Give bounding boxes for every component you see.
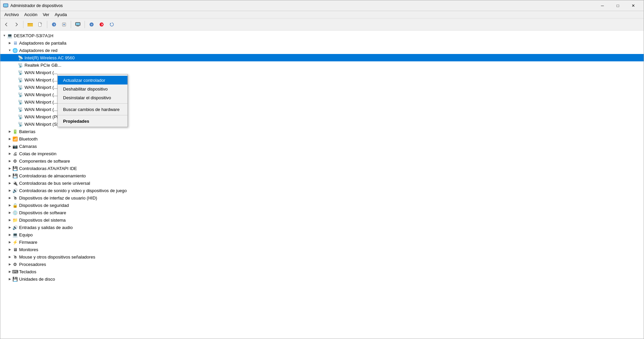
label-audio-ctrl: Controladoras de sonido y video y dispos… [19,188,127,193]
mouse-icon: 🖱 [12,254,18,260]
tree-item-equipo[interactable]: ▶ 💻 Equipo [0,231,644,238]
tree-item-bluetooth[interactable]: ▶ 📶 Bluetooth [0,135,644,143]
tree-item-usb[interactable]: ▶ 🔌 Controladoras de bus serie universal [0,179,644,187]
remove-button[interactable]: ✕ [97,20,106,29]
menu-ver[interactable]: Ver [40,11,52,18]
tree-item-monitores[interactable]: ▶ 🖥 Monitores [0,246,644,253]
refresh-button[interactable] [107,20,116,29]
tree-item-teclados[interactable]: ▶ ⌨ Teclados [0,268,644,275]
tree-item-security[interactable]: ▶ 🔒 Dispositivos de seguridad [0,202,644,209]
tree-item-adaptadores-red[interactable]: ▼ 🌐 Adaptadores de red [0,47,644,54]
label-monitores: Monitores [19,247,38,252]
tree-item-unidades[interactable]: ▶ 💾 Unidades de disco [0,275,644,283]
equipo-icon: 💻 [12,232,18,237]
svg-marker-19 [110,23,111,24]
soft-dev-icon: 💿 [12,210,18,215]
firmware-icon: ⚡ [12,239,18,245]
menu-ayuda[interactable]: Ayuda [52,11,70,18]
minimize-button[interactable]: ─ [595,0,610,11]
tree-item-audio-io[interactable]: ▶ 🔊 Entradas y salidas de audio [0,224,644,231]
label-wan-5: WAN Miniport (... [24,100,57,105]
tree-item-procesadores[interactable]: ▶ ⚙ Procesadores [0,261,644,268]
toolbar: ? + ✕ [0,18,644,31]
battery-icon: 🔋 [12,129,18,134]
tree-item-realtek[interactable]: 📡 Realtek PCIe GB... [0,61,644,69]
ctx-desinstalar[interactable]: Desinstalar el dispositivo [58,93,127,102]
label-componentes: Componentes de software [19,159,70,164]
menu-archivo[interactable]: Archivo [2,11,21,18]
label-wan-3: WAN Miniport (... [24,85,57,90]
tree-item-colas[interactable]: ▶ 🖨 Colas de impresión [0,150,644,157]
label-wan-4: WAN Miniport (... [24,92,57,97]
ctx-actualizar[interactable]: Actualizar controlador [58,76,127,84]
label-system-devices: Dispositivos del sistema [19,218,66,223]
tree-item-firmware[interactable]: ▶ ⚡ Firmware [0,238,644,246]
monitor-button[interactable] [73,20,83,29]
ctx-propiedades[interactable]: Propiedades [58,117,127,125]
wan-sstp-icon: 📡 [18,121,23,127]
label-storage: Controladoras de almacenamiento [19,173,86,178]
ctx-sep-2 [58,115,127,115]
window-controls: ─ □ ✕ [595,0,641,11]
expander-adaptadores-red: ▼ [7,48,12,53]
tree-item-mouse[interactable]: ▶ 🖱 Mouse y otros dispositivos señalador… [0,253,644,261]
label-wan-2: WAN Miniport (... [24,77,57,82]
wan1-icon: 📡 [18,70,23,75]
svg-rect-13 [77,25,79,26]
folder-button[interactable] [25,20,35,29]
forward-button[interactable] [12,20,21,29]
wireless-icon: 📡 [18,55,23,60]
tree-item-intel-wireless[interactable]: 📡 Intel(R) Wireless AC 9560 [0,54,644,61]
system-dev-icon: 📁 [12,217,18,223]
label-unidades: Unidades de disco [19,277,55,282]
tree-item-storage[interactable]: ▶ 💾 Controladoras de almacenamiento [0,172,644,179]
tree-item-baterias[interactable]: ▶ 🔋 Baterías [0,128,644,135]
close-button[interactable]: ✕ [626,0,641,11]
label-firmware: Firmware [19,240,37,245]
toolbar-sep-4 [85,21,85,28]
add-button[interactable]: + [87,20,96,29]
toolbar-sep-1 [23,21,23,28]
ctx-buscar-cambios[interactable]: Buscar cambios de hardware [58,105,127,114]
label-realtek: Realtek PCIe GB... [24,63,61,68]
label-baterias: Baterías [19,129,35,134]
tree-item-adaptadores-pantalla[interactable]: ▶ 🖥 Adaptadores de pantalla [0,39,644,47]
monitor-icon: 🖥 [12,247,18,252]
wan5-icon: 📡 [18,99,23,105]
expander-intel [12,55,18,60]
camera-icon: 📷 [12,144,18,149]
tree-item-camaras[interactable]: ▶ 📷 Cámaras [0,143,644,150]
tree-item-componentes[interactable]: ▶ ⚙ Componentes de software [0,157,644,165]
audio-ctrl-icon: 🔊 [12,188,18,193]
toolbar-sep-3 [71,21,71,28]
tree-item-audio[interactable]: ▶ 🔊 Controladoras de sonido y video y di… [0,187,644,194]
tree-root[interactable]: ▼ 💻 DESKTOP-S3I7A1H [0,32,644,39]
file-button[interactable] [36,20,45,29]
svg-point-10 [63,24,65,25]
label-colas: Colas de impresión [19,151,56,156]
tree-item-software-devices[interactable]: ▶ 💿 Dispositivos de software [0,209,644,216]
svg-text:?: ? [53,23,55,26]
maximize-button[interactable]: □ [610,0,626,11]
storage-icon: 💾 [12,173,18,178]
label-camaras: Cámaras [19,144,37,149]
menu-accion[interactable]: Acción [21,11,40,18]
ctx-deshabilitar[interactable]: Deshabilitar dispositivo [58,84,127,93]
label-ata: Controladoras ATA/ATAPI IDE [19,166,77,171]
wan3-icon: 📡 [18,84,23,90]
properties-button[interactable] [59,20,69,29]
label-intel-wireless: Intel(R) Wireless AC 9560 [24,55,75,60]
svg-text:✕: ✕ [101,22,104,26]
tree-item-ata[interactable]: ▶ 💾 Controladoras ATA/ATAPI IDE [0,165,644,172]
label-adaptadores-red: Adaptadores de red [19,48,57,53]
printer-icon: 🖨 [12,151,18,156]
svg-text:+: + [91,22,93,26]
tree-item-system-devices[interactable]: ▶ 📁 Dispositivos del sistema [0,216,644,224]
audio-io-icon: 🔊 [12,225,18,230]
back-button[interactable] [2,20,11,29]
label-teclados: Teclados [19,269,36,274]
keyboard-icon: ⌨ [12,269,18,274]
help-button[interactable]: ? [49,20,59,29]
wan6-icon: 📡 [18,107,23,112]
tree-item-hid[interactable]: ▶ 🖱 Dispositivos de interfaz de usuario … [0,194,644,202]
